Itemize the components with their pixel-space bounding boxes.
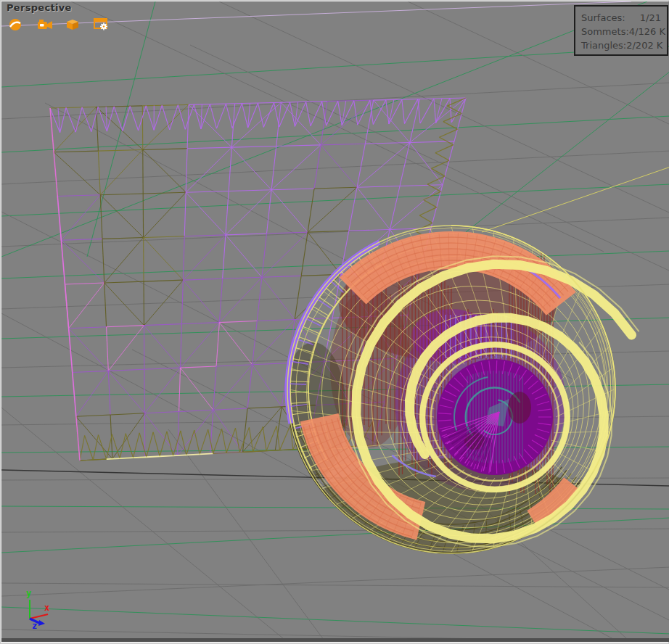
axis-z-label: z — [32, 621, 37, 631]
stats-value: 1/21 — [640, 11, 661, 25]
stats-label: Triangles: — [581, 38, 626, 52]
window-gear-icon — [92, 17, 111, 32]
stats-row-triangles: Triangles: 2/202 K — [581, 38, 661, 52]
iris — [437, 359, 553, 475]
eye-visibility-button[interactable] — [7, 17, 26, 32]
axis-x-line — [30, 614, 48, 619]
axis-z-arrowhead — [38, 620, 45, 626]
eye-icon — [7, 17, 25, 32]
cube-shading-button[interactable] — [64, 17, 83, 32]
viewport-toolbar — [7, 17, 111, 32]
window-frame: Perspective — [0, 0, 669, 644]
stats-value: 2/202 K — [626, 38, 662, 52]
ground-grid — [1, 1, 669, 638]
window-bottom-edge — [1, 638, 669, 642]
3d-viewport[interactable]: Perspective — [1, 1, 669, 638]
stats-label: Sommets: — [581, 25, 629, 38]
stats-label: Surfaces: — [581, 11, 625, 25]
camera-view-button[interactable] — [36, 17, 54, 32]
stats-panel: Surfaces: 1/21 Sommets: 4/126 K Triangle… — [574, 5, 668, 56]
axis-gizmo: y x z — [13, 585, 64, 638]
sphere-model — [281, 226, 639, 567]
cube-icon — [64, 17, 81, 32]
axis-y-label: y — [26, 588, 31, 598]
scene-canvas[interactable] — [1, 1, 669, 638]
stats-row-vertices: Sommets: 4/126 K — [581, 25, 661, 38]
camera-icon — [36, 17, 54, 32]
viewport-mode-label[interactable]: Perspective — [7, 2, 72, 13]
stats-row-surfaces: Surfaces: 1/21 — [581, 11, 661, 25]
stats-value: 4/126 K — [629, 25, 665, 38]
viewport-settings-button[interactable] — [92, 17, 111, 32]
axis-x-label: x — [44, 603, 49, 613]
